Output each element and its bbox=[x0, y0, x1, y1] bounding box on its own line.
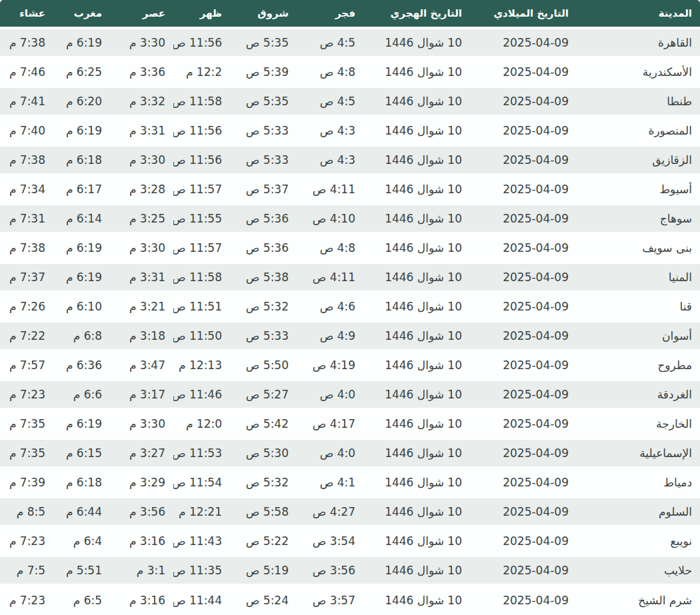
cell-hijri_date: 10 شوال 1446 bbox=[363, 145, 470, 175]
cell-maghrib: 6:18 م bbox=[53, 468, 110, 497]
cell-dhuhr: 12:0 م bbox=[173, 409, 230, 438]
cell-dhuhr: 11:53 ص bbox=[173, 438, 230, 468]
cell-fajr: 4:5 ص bbox=[297, 87, 363, 116]
cell-hijri_date: 10 شوال 1446 bbox=[363, 526, 470, 556]
cell-city: المنصورة bbox=[577, 116, 700, 145]
cell-shurooq: 5:50 ص bbox=[230, 350, 297, 380]
column-header-fajr: فجر bbox=[297, 0, 363, 28]
cell-isha: 7:31 م bbox=[0, 204, 53, 233]
cell-hijri_date: 10 شوال 1446 bbox=[363, 204, 470, 233]
table-row: الغردقة2025-04-0910 شوال 14464:0 ص5:27 ص… bbox=[0, 380, 700, 409]
table-row: أسيوط2025-04-0910 شوال 14464:11 ص5:37 ص1… bbox=[0, 175, 700, 204]
cell-city: بنى سويف bbox=[577, 233, 700, 263]
cell-city: أسوان bbox=[577, 321, 700, 350]
table-row: حلايب2025-04-0910 شوال 14463:56 ص5:19 ص1… bbox=[0, 556, 700, 585]
table-row: نويبع2025-04-0910 شوال 14463:54 ص5:22 ص1… bbox=[0, 526, 700, 556]
cell-isha: 7:41 م bbox=[0, 87, 53, 116]
cell-isha: 7:35 م bbox=[0, 409, 53, 438]
cell-asr: 3:36 م bbox=[110, 57, 173, 87]
cell-dhuhr: 11:46 ص bbox=[173, 380, 230, 409]
cell-maghrib: 5:51 م bbox=[53, 556, 110, 585]
table-row: الخارجة2025-04-0910 شوال 14464:17 ص5:42 … bbox=[0, 409, 700, 438]
cell-fajr: 3:56 ص bbox=[297, 556, 363, 585]
cell-dhuhr: 12:13 م bbox=[173, 350, 230, 380]
cell-asr: 3:30 م bbox=[110, 145, 173, 175]
cell-hijri_date: 10 شوال 1446 bbox=[363, 468, 470, 497]
cell-isha: 7:39 م bbox=[0, 468, 53, 497]
cell-fajr: 4:8 ص bbox=[297, 57, 363, 87]
cell-isha: 7:5 م bbox=[0, 556, 53, 585]
cell-gregorian_date: 2025-04-09 bbox=[470, 468, 577, 497]
cell-asr: 3:16 م bbox=[110, 585, 173, 614]
cell-city: دمياط bbox=[577, 468, 700, 497]
column-header-isha: عشاء bbox=[0, 0, 53, 28]
cell-maghrib: 6:15 م bbox=[53, 438, 110, 468]
cell-isha: 7:38 م bbox=[0, 233, 53, 263]
cell-shurooq: 5:24 ص bbox=[230, 585, 297, 614]
cell-hijri_date: 10 شوال 1446 bbox=[363, 57, 470, 87]
cell-isha: 7:22 م bbox=[0, 321, 53, 350]
cell-isha: 7:57 م bbox=[0, 350, 53, 380]
cell-fajr: 4:0 ص bbox=[297, 438, 363, 468]
cell-maghrib: 6:36 م bbox=[53, 350, 110, 380]
cell-maghrib: 6:19 م bbox=[53, 116, 110, 145]
cell-isha: 7:23 م bbox=[0, 526, 53, 556]
cell-asr: 3:56 م bbox=[110, 497, 173, 526]
table-row: المنصورة2025-04-0910 شوال 14464:3 ص5:33 … bbox=[0, 116, 700, 145]
cell-asr: 3:47 م bbox=[110, 350, 173, 380]
cell-dhuhr: 11:58 ص bbox=[173, 263, 230, 292]
cell-fajr: 4:1 ص bbox=[297, 468, 363, 497]
cell-fajr: 4:3 ص bbox=[297, 145, 363, 175]
cell-isha: 7:46 م bbox=[0, 57, 53, 87]
cell-dhuhr: 11:50 ص bbox=[173, 321, 230, 350]
cell-asr: 3:21 م bbox=[110, 292, 173, 321]
cell-gregorian_date: 2025-04-09 bbox=[470, 438, 577, 468]
cell-fajr: 4:27 ص bbox=[297, 497, 363, 526]
cell-city: الأسكندرية bbox=[577, 57, 700, 87]
cell-asr: 3:17 م bbox=[110, 380, 173, 409]
cell-shurooq: 5:33 ص bbox=[230, 116, 297, 145]
cell-shurooq: 5:35 ص bbox=[230, 28, 297, 57]
column-header-city: المدينة bbox=[577, 0, 700, 28]
table-row: الأسكندرية2025-04-0910 شوال 14464:8 ص5:3… bbox=[0, 57, 700, 87]
cell-hijri_date: 10 شوال 1446 bbox=[363, 116, 470, 145]
cell-asr: 3:30 م bbox=[110, 233, 173, 263]
table-row: دمياط2025-04-0910 شوال 14464:1 ص5:32 ص11… bbox=[0, 468, 700, 497]
cell-gregorian_date: 2025-04-09 bbox=[470, 497, 577, 526]
cell-city: الزقازيق bbox=[577, 145, 700, 175]
cell-dhuhr: 11:43 ص bbox=[173, 526, 230, 556]
cell-gregorian_date: 2025-04-09 bbox=[470, 380, 577, 409]
cell-maghrib: 6:19 م bbox=[53, 28, 110, 57]
cell-city: القاهرة bbox=[577, 28, 700, 57]
cell-dhuhr: 11:56 ص bbox=[173, 116, 230, 145]
cell-asr: 3:16 م bbox=[110, 526, 173, 556]
cell-shurooq: 5:37 ص bbox=[230, 175, 297, 204]
cell-fajr: 4:19 ص bbox=[297, 350, 363, 380]
table-row: قنا2025-04-0910 شوال 14464:6 ص5:32 ص11:5… bbox=[0, 292, 700, 321]
cell-maghrib: 6:14 م bbox=[53, 204, 110, 233]
table-row: الزقازيق2025-04-0910 شوال 14464:3 ص5:33 … bbox=[0, 145, 700, 175]
cell-maghrib: 6:44 م bbox=[53, 497, 110, 526]
cell-gregorian_date: 2025-04-09 bbox=[470, 28, 577, 57]
cell-isha: 7:40 م bbox=[0, 116, 53, 145]
cell-city: حلايب bbox=[577, 556, 700, 585]
cell-asr: 3:18 م bbox=[110, 321, 173, 350]
cell-city: نويبع bbox=[577, 526, 700, 556]
cell-city: الإسماعيلية bbox=[577, 438, 700, 468]
table-row: مطروح2025-04-0910 شوال 14464:19 ص5:50 ص1… bbox=[0, 350, 700, 380]
cell-gregorian_date: 2025-04-09 bbox=[470, 233, 577, 263]
cell-gregorian_date: 2025-04-09 bbox=[470, 57, 577, 87]
cell-fajr: 4:5 ص bbox=[297, 28, 363, 57]
cell-hijri_date: 10 شوال 1446 bbox=[363, 28, 470, 57]
cell-dhuhr: 11:58 ص bbox=[173, 87, 230, 116]
cell-gregorian_date: 2025-04-09 bbox=[470, 409, 577, 438]
cell-city: قنا bbox=[577, 292, 700, 321]
cell-gregorian_date: 2025-04-09 bbox=[470, 145, 577, 175]
cell-asr: 3:31 م bbox=[110, 116, 173, 145]
cell-dhuhr: 11:57 ص bbox=[173, 175, 230, 204]
cell-gregorian_date: 2025-04-09 bbox=[470, 263, 577, 292]
table-row: أسوان2025-04-0910 شوال 14464:9 ص5:33 ص11… bbox=[0, 321, 700, 350]
cell-maghrib: 6:18 م bbox=[53, 145, 110, 175]
cell-dhuhr: 11:54 ص bbox=[173, 468, 230, 497]
cell-maghrib: 6:6 م bbox=[53, 380, 110, 409]
